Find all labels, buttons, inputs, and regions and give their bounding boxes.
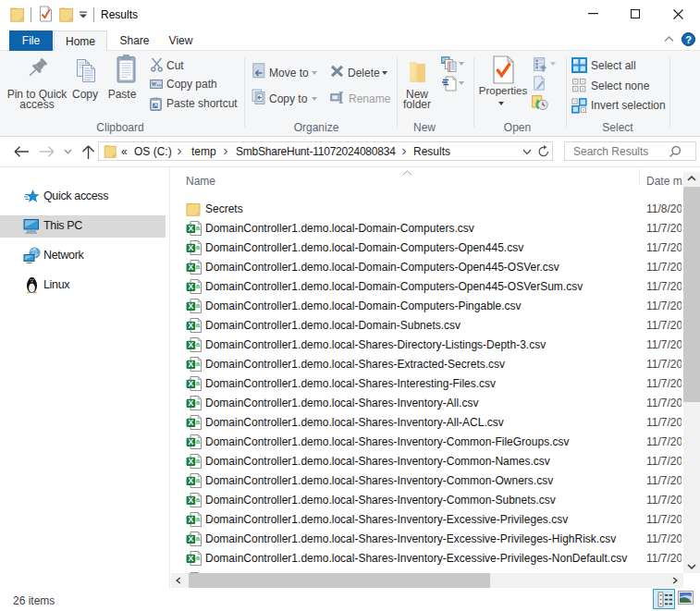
svg-text:X: X — [189, 495, 194, 504]
svg-text:X: X — [189, 300, 194, 310]
svg-text:X: X — [189, 262, 194, 271]
svg-text:a: a — [196, 282, 201, 290]
svg-text:a: a — [196, 534, 201, 543]
svg-text:X: X — [189, 378, 194, 387]
svg-text:a: a — [196, 243, 201, 251]
svg-text:a: a — [196, 263, 201, 271]
svg-text:a: a — [196, 360, 201, 368]
svg-text:X: X — [189, 359, 194, 368]
svg-text:a: a — [196, 379, 201, 387]
svg-text:a: a — [196, 418, 201, 426]
svg-text:X: X — [189, 456, 194, 465]
svg-text:X: X — [189, 320, 194, 329]
svg-text:X: X — [189, 281, 194, 290]
svg-text:?: ? — [685, 34, 692, 45]
svg-text:a: a — [196, 437, 201, 446]
svg-text:a: a — [196, 476, 201, 484]
svg-text:X: X — [189, 397, 194, 407]
svg-text:a: a — [196, 301, 201, 310]
svg-text:a: a — [196, 457, 201, 465]
svg-text:X: X — [189, 533, 194, 543]
svg-text:X: X — [189, 436, 194, 446]
svg-text:a: a — [196, 340, 201, 348]
svg-text:a: a — [196, 398, 201, 407]
svg-text:a: a — [196, 515, 201, 523]
svg-text:X: X — [189, 514, 194, 523]
svg-text:X: X — [189, 553, 194, 562]
svg-text:X: X — [189, 223, 194, 232]
svg-text:a: a — [196, 495, 201, 504]
svg-text:X: X — [189, 475, 194, 484]
svg-text:X: X — [189, 417, 194, 426]
svg-text:a: a — [196, 224, 201, 232]
svg-text:a: a — [196, 554, 201, 562]
svg-text:X: X — [189, 339, 194, 348]
svg-text:X: X — [189, 242, 194, 251]
svg-text:a: a — [196, 321, 201, 329]
